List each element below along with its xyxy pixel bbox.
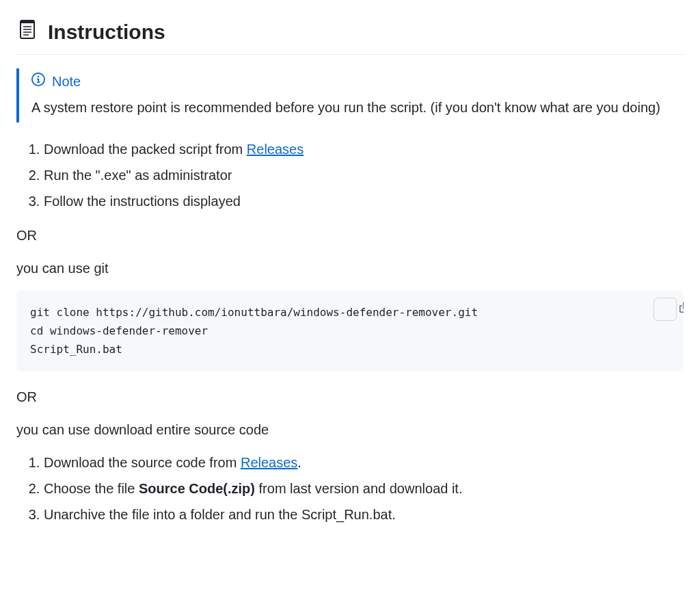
list-item: Choose the file Source Code(.zip) from l… <box>44 478 684 499</box>
list-item-text: Download the packed script from <box>44 142 247 157</box>
steps-list-2: Download the source code from Releases. … <box>16 452 684 525</box>
or-separator: OR <box>16 225 684 246</box>
source-intro-text: you can use download entire source code <box>16 419 684 440</box>
list-item-strong: Source Code(.zip) <box>139 481 255 496</box>
list-item: Download the source code from Releases. <box>44 452 684 473</box>
info-icon <box>31 71 45 92</box>
list-item: Run the ".exe" as administrator <box>44 165 684 185</box>
list-item-text: Download the source code from <box>44 455 241 470</box>
list-item-text: Choose the file <box>44 481 139 496</box>
or-separator: OR <box>16 387 684 407</box>
git-intro-text: you can use git <box>16 258 684 278</box>
list-item: Follow the instructions displayed <box>44 191 684 211</box>
note-body: A system restore point is recommended be… <box>31 97 684 118</box>
note-label: Note <box>52 71 81 92</box>
releases-link[interactable]: Releases <box>247 142 304 157</box>
notepad-icon <box>16 18 38 46</box>
list-item-text: from last version and download it. <box>255 481 463 496</box>
note-title-row: Note <box>31 71 684 92</box>
section-heading: Instructions <box>48 16 165 47</box>
note-callout: Note A system restore point is recommend… <box>16 68 684 122</box>
steps-list-1: Download the packed script from Releases… <box>16 139 684 211</box>
section-heading-row: Instructions <box>16 16 684 55</box>
svg-rect-1 <box>21 21 34 23</box>
copy-icon <box>640 291 684 337</box>
code-block: git clone https://github.com/ionuttbara/… <box>16 291 684 371</box>
list-item-text: . <box>297 455 301 470</box>
releases-link[interactable]: Releases <box>241 455 297 470</box>
copy-button[interactable] <box>654 298 677 321</box>
list-item: Download the packed script from Releases <box>44 139 684 159</box>
code-content: git clone https://github.com/ionuttbara/… <box>30 306 478 356</box>
list-item: Unarchive the file into a folder and run… <box>44 504 684 525</box>
